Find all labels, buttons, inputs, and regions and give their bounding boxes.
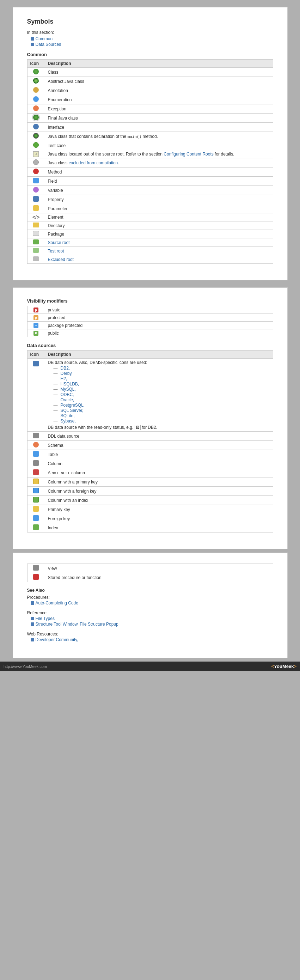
icon-ddl — [27, 432, 45, 441]
row-public: P public — [27, 329, 273, 337]
table-icon — [33, 451, 39, 457]
row-excluded-java: Java class excluded from compilation. — [27, 158, 273, 167]
row-interface: Interface — [27, 123, 273, 132]
row-pk: Primary key — [27, 505, 273, 514]
desc-fk-col: Column with a foreign key — [45, 487, 273, 496]
desc-ddl: DDL data source — [45, 432, 273, 441]
link-oracle[interactable]: Oracle, — [60, 398, 75, 402]
icon-final — [27, 113, 45, 123]
dash-sqlserver: — — [54, 408, 58, 413]
row-view: View — [27, 564, 273, 573]
db-icon — [33, 361, 39, 366]
desc-main: Java class that contains declaration of … — [45, 132, 273, 141]
link-test-root[interactable]: Test root — [48, 249, 64, 253]
fk-col-icon — [33, 488, 39, 493]
row-element: </> Element — [27, 213, 273, 221]
procedure-item-autocomplete: Auto-Completing Code — [31, 601, 273, 606]
link-postgresql[interactable]: PostgreSQL, — [60, 403, 85, 408]
page-3: View Stored procedure or function See Al… — [13, 553, 288, 658]
link-derby[interactable]: Derby, — [60, 371, 73, 376]
link-mysql[interactable]: MySQL, — [60, 387, 76, 392]
desc-variable: Variable — [45, 186, 273, 195]
element-icon: </> — [32, 215, 40, 220]
visibility-table: p private p protected ~ package protecte… — [27, 306, 273, 337]
row-variable: Variable — [27, 186, 273, 195]
col-icon: Icon — [27, 60, 45, 68]
row-db: DB data source. Also, DBMS-specific icon… — [27, 359, 273, 432]
desc-protected: protected — [45, 314, 273, 321]
interface-icon — [33, 124, 39, 129]
link-db2[interactable]: DB2, — [60, 366, 70, 371]
icon-package-protected: ~ — [27, 321, 45, 329]
row-test: Test case — [27, 141, 273, 150]
icon-fk — [27, 514, 45, 523]
link-excluded-compilation[interactable]: excluded from compilation — [69, 161, 118, 165]
desc-element: Element — [45, 213, 273, 221]
icon-exception — [27, 104, 45, 113]
row-out-of-root: J Java class located out of the source r… — [27, 150, 273, 158]
reference-list: File Types Structure Tool Window, File S… — [31, 616, 273, 627]
private-icon: p — [33, 307, 38, 312]
dash-db2: — — [54, 366, 58, 371]
desc-notnull: A NOT NULL column — [45, 468, 273, 477]
ref-bullet-2 — [31, 622, 34, 626]
icon-excluded-java — [27, 158, 45, 167]
row-excluded-root: Excluded root — [27, 255, 273, 264]
link-excluded-root[interactable]: Excluded root — [48, 257, 74, 262]
dash-oracle: — — [54, 398, 58, 402]
icon-method — [27, 167, 45, 177]
column-icon — [33, 460, 39, 466]
link-sybase[interactable]: Sybase, — [60, 418, 76, 423]
link-developer-community[interactable]: Developer Community, — [36, 637, 78, 642]
dash-postgresql: — — [54, 403, 58, 408]
final-icon — [33, 115, 39, 120]
link-odbc[interactable]: ODBC, — [60, 392, 74, 397]
idx-col-icon — [33, 497, 39, 503]
db-sub-db2: —DB2, — [54, 366, 270, 371]
desc-public: public — [45, 329, 273, 337]
row-final: Final Java class — [27, 113, 273, 123]
toc-link-datasources[interactable]: Data Sources — [36, 42, 61, 47]
sproc-icon — [33, 574, 39, 580]
link-hsqldb[interactable]: HSQLDB, — [60, 382, 79, 387]
extra-table: View Stored procedure or function — [27, 563, 273, 582]
row-protected: p protected — [27, 314, 273, 321]
link-sqlite[interactable]: SQLite, — [60, 413, 75, 418]
link-structure-tool[interactable]: Structure Tool Window, File Structure Po… — [36, 622, 119, 627]
toc-link-common[interactable]: Common — [36, 36, 53, 41]
package-protected-icon: ~ — [33, 323, 38, 328]
link-file-types[interactable]: File Types — [36, 616, 55, 621]
toc-bullet-datasources — [31, 43, 34, 46]
dash-odbc: — — [54, 392, 58, 397]
icon-variable — [27, 186, 45, 195]
icon-db — [27, 359, 45, 432]
col-desc: Description — [45, 60, 273, 68]
row-field: Field — [27, 177, 273, 186]
link-sqlserver[interactable]: SQL Server, — [60, 408, 84, 413]
icon-public: P — [27, 329, 45, 337]
dash-sybase: — — [54, 418, 58, 423]
reference-item-structure: Structure Tool Window, File Structure Po… — [31, 622, 273, 627]
desc-annotation: Annotation — [45, 86, 273, 95]
page-1: Symbols In this section: Common Data Sou… — [13, 7, 288, 280]
desc-out-of-root: Java class located out of the source roo… — [45, 150, 273, 158]
icon-enum — [27, 95, 45, 104]
icon-schema — [27, 441, 45, 450]
link-configuring-content[interactable]: Configuring Content Roots — [163, 152, 213, 157]
row-sproc: Stored procedure or function — [27, 573, 273, 582]
db-sub-sqlserver: —SQL Server, — [54, 408, 270, 413]
icon-parameter — [27, 204, 45, 213]
icon-class — [27, 68, 45, 77]
desc-pk-col: Column with a primary key — [45, 477, 273, 487]
link-source-root[interactable]: Source root — [48, 240, 70, 245]
dash-sqlite: — — [54, 413, 58, 418]
row-table: Table — [27, 450, 273, 459]
link-autocomplete[interactable]: Auto-Completing Code — [36, 601, 78, 606]
main-code: main() — [128, 135, 142, 139]
protected-icon: p — [33, 315, 38, 320]
row-property: Property — [27, 195, 273, 204]
toc-list: Common Data Sources — [31, 36, 273, 47]
row-package: Package — [27, 230, 273, 239]
link-h2[interactable]: H2, — [60, 376, 67, 381]
icon-directory — [27, 221, 45, 230]
